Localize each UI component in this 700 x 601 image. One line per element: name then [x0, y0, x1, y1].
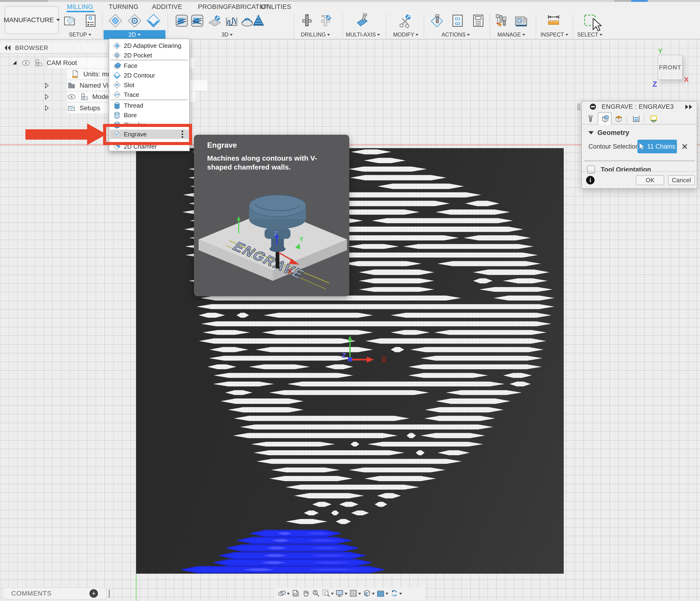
adaptive-diamond-icon[interactable] [108, 13, 123, 28]
nav-zoom-button[interactable] [311, 589, 320, 598]
setup-sheet-icon[interactable] [471, 13, 486, 28]
info-icon[interactable]: i [586, 176, 595, 185]
simulate-icon[interactable] [429, 13, 444, 28]
menu-item-thread[interactable]: Thread [110, 101, 189, 110]
contour-diamond-icon[interactable] [146, 13, 161, 28]
group-label-modify[interactable]: MODIFY [393, 31, 418, 38]
2d-dropdown-button[interactable]: 2D [104, 30, 166, 39]
dialog-tab-heights[interactable] [612, 113, 626, 124]
menu-item-2d-pocket[interactable]: 2D Pocket [110, 51, 189, 60]
toolbar-separator [424, 14, 424, 38]
chains-selection-chip[interactable]: 11 Chains [638, 140, 677, 153]
flat-wrench-icon[interactable] [207, 13, 222, 28]
eye-icon[interactable] [67, 92, 76, 101]
post-g1g2-icon[interactable]: G1G2 [450, 13, 465, 28]
drill-wrench-icon[interactable] [318, 13, 333, 28]
menu-item-bore[interactable]: Bore [110, 111, 189, 120]
nav-pan-button[interactable] [301, 589, 310, 598]
cube-icon[interactable] [34, 58, 43, 68]
m-contour-icon [113, 71, 121, 79]
dialog-tab-passes[interactable] [629, 113, 643, 124]
group-label-multi-axis[interactable]: MULTI-AXIS [346, 31, 380, 38]
browser-row-setups[interactable]: Setups [0, 103, 100, 113]
doc-ruler-icon[interactable] [71, 70, 80, 79]
expander-icon[interactable] [44, 105, 50, 111]
chevron-down-icon [287, 593, 290, 595]
group-label-actions[interactable]: ACTIONS [442, 31, 470, 38]
geometry-section-header[interactable]: Geometry [589, 129, 629, 137]
menu-item-2d-contour[interactable]: 2D Contour [110, 71, 189, 80]
viewcube-front-face[interactable]: FRONT [658, 55, 682, 80]
workspace-switcher-button[interactable]: MANUFACTURE [5, 6, 59, 34]
nav-grid-button[interactable] [349, 589, 361, 598]
menu-item-trace[interactable]: Trace [110, 90, 189, 99]
browser-row-models[interactable]: Models [0, 92, 114, 102]
morph-pocket-icon[interactable] [190, 13, 205, 28]
m-pocket-icon [113, 51, 121, 59]
window-top-strip-segment [614, 0, 631, 2]
group-label-drilling[interactable]: DRILLING [301, 31, 330, 38]
group-label-manage[interactable]: MANAGE [497, 31, 525, 38]
collapse-dialog-icon[interactable] [685, 104, 693, 110]
operation-status-icon [590, 103, 596, 110]
setup-folder-icon[interactable] [62, 13, 77, 28]
cube-icon[interactable] [79, 92, 89, 101]
folder-open-icon[interactable] [67, 103, 76, 113]
tab-turning[interactable]: TURNING [109, 3, 139, 10]
tab-milling[interactable]: MILLING [67, 3, 93, 10]
nav-viewports-button[interactable] [363, 589, 375, 598]
browser-row-cam-root[interactable]: CAM Root [0, 58, 77, 68]
pocket-diamond-icon[interactable] [127, 13, 142, 28]
eye-icon[interactable] [21, 58, 31, 68]
group-label-inspect[interactable]: INSPECT [541, 31, 568, 38]
group-label-3d[interactable]: 3D [222, 31, 232, 38]
dialog-header[interactable]: ENGRAVE : ENGRAVE3 [582, 101, 697, 112]
dialog-drag-grip[interactable] [578, 103, 580, 111]
nav-steps-button[interactable] [376, 589, 389, 598]
folder-icon[interactable] [67, 81, 76, 90]
measure-icon[interactable] [546, 13, 561, 28]
post-gcode-icon[interactable]: G [83, 13, 98, 28]
dialog-tab-linking[interactable] [647, 113, 660, 124]
expander-icon[interactable] [44, 82, 50, 89]
expander-icon[interactable] [44, 94, 50, 100]
nav-orbit-button[interactable] [278, 589, 290, 598]
scissors-wrench-icon[interactable] [398, 13, 413, 28]
box-path-icon[interactable] [224, 13, 239, 28]
menu-item-slot[interactable]: Slot [110, 80, 189, 90]
add-comment-icon[interactable]: + [90, 589, 98, 598]
group-label-setup[interactable]: SETUP [69, 31, 91, 38]
chevron-down-icon [345, 593, 347, 595]
menu-item-face[interactable]: Face [110, 61, 189, 70]
expander-icon[interactable] [12, 60, 18, 66]
viewcube[interactable]: FRONT Y Z X [652, 48, 692, 88]
collapse-panel-icon[interactable] [4, 45, 11, 51]
drill-icon[interactable] [299, 13, 315, 28]
swarf-icon[interactable] [354, 13, 370, 28]
comments-drag-handle[interactable] [109, 590, 110, 598]
group-label-select[interactable]: SELECT [577, 31, 602, 38]
dialog-tab-geometry[interactable] [598, 112, 611, 125]
dialog-tab-tool[interactable] [584, 113, 597, 124]
nav-refresh-button[interactable] [390, 589, 402, 598]
nav-display-button[interactable] [335, 589, 347, 598]
svg-text:X: X [381, 355, 387, 365]
cone-spiral-icon[interactable] [251, 13, 266, 28]
ok-button[interactable]: OK [636, 175, 664, 185]
browser-row-named-views[interactable]: Named Views [0, 80, 120, 91]
window-top-strip [0, 0, 700, 2]
annotation-highlight-box [103, 124, 192, 145]
tab-probing[interactable]: PROBING [198, 3, 228, 10]
clear-selection-icon[interactable] [681, 143, 689, 150]
tool-library-icon[interactable] [494, 13, 509, 28]
steep-pocket-icon[interactable] [174, 13, 189, 28]
nav-window-zoom-button[interactable] [322, 589, 334, 598]
menu-item-2d-adaptive-clearing[interactable]: 2D Adaptive Clearing [110, 41, 189, 50]
cancel-button[interactable]: Cancel [668, 175, 695, 185]
browser-row-units-mm[interactable]: Units: mm [0, 69, 113, 79]
tab-utilities[interactable]: UTILITIES [260, 3, 292, 10]
machine-icon[interactable] [514, 13, 529, 28]
comments-bar[interactable]: COMMENTS + [2, 587, 106, 600]
tab-additive[interactable]: ADDITIVE [152, 3, 182, 10]
nav-look-at-button[interactable] [292, 589, 300, 598]
